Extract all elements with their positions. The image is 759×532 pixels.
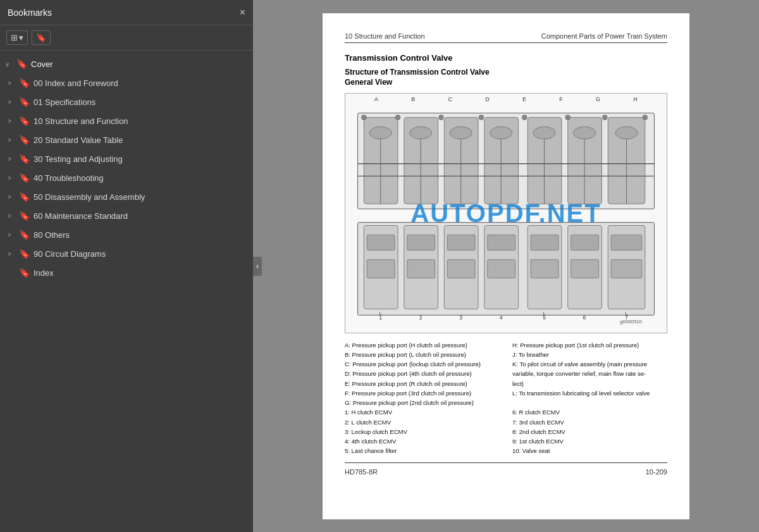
svg-point-8 xyxy=(369,127,392,139)
item-label: 20 Standard Value Table xyxy=(34,135,123,145)
svg-point-26 xyxy=(439,114,444,120)
svg-rect-50 xyxy=(488,259,515,278)
svg-point-11 xyxy=(490,127,512,139)
svg-point-12 xyxy=(533,127,555,139)
caption-right: 7: 3rd clutch ECMV xyxy=(512,418,667,427)
close-button[interactable]: × xyxy=(240,8,245,18)
sidebar-item-01[interactable]: > 🔖 01 Specifications xyxy=(0,92,253,111)
caption-left: D: Pressure pickup port (4th clutch oil … xyxy=(345,369,500,378)
item-label: 90 Circuit Diagrams xyxy=(34,249,106,259)
caption-right: 10: Valve seat xyxy=(512,447,667,455)
chevron-icon: > xyxy=(8,251,15,257)
bookmark-icon: 🔖 xyxy=(19,116,30,126)
item-label: 30 Testing and Adjusting xyxy=(34,154,123,164)
svg-rect-51 xyxy=(531,259,558,278)
svg-rect-47 xyxy=(367,259,395,278)
sidebar-title: Bookmarks xyxy=(8,8,52,18)
bookmark-icon: 🔖 xyxy=(19,135,30,145)
svg-point-28 xyxy=(522,114,527,120)
bookmark-icon: 🔖 xyxy=(19,249,30,259)
caption-right: K: To pilot circuit of valve assembly (m… xyxy=(512,360,667,369)
svg-point-29 xyxy=(565,114,571,120)
sidebar: Bookmarks × ⊞ ▾ 🔖 ∨ 🔖 Cover > 🔖 00 Index… xyxy=(0,0,253,532)
chevron-icon: ∨ xyxy=(5,61,13,68)
grid-icon: ⊞ xyxy=(11,33,18,42)
svg-text:L: L xyxy=(543,311,546,316)
bookmark-icon-button[interactable]: 🔖 xyxy=(32,30,51,45)
sub-section-title: Structure of Transmission Control Valve xyxy=(345,68,667,77)
caption-left: 2: L clutch ECMV xyxy=(345,418,500,427)
document-page: 10 Structure and Function Component Part… xyxy=(323,13,689,519)
caption-left: G: Pressure pickup port (2nd clutch oil … xyxy=(345,399,500,407)
bookmark-icon: 🔖 xyxy=(19,268,30,278)
bookmark-icon: 🔖 xyxy=(19,154,30,164)
svg-rect-41 xyxy=(407,235,435,250)
caption-right: L: To transmission lubricating oil level… xyxy=(512,389,667,398)
sidebar-item-30[interactable]: > 🔖 30 Testing and Adjusting xyxy=(0,149,253,168)
page-header: 10 Structure and Function Component Part… xyxy=(345,32,667,43)
svg-point-27 xyxy=(479,114,484,120)
header-left: 10 Structure and Function xyxy=(345,32,425,40)
sidebar-item-50[interactable]: > 🔖 50 Disassembly and Assembly xyxy=(0,187,253,206)
svg-point-10 xyxy=(450,127,472,139)
bookmark-icon: 🔖 xyxy=(19,173,30,183)
caption-right: variable, torque converter relief, main … xyxy=(512,369,667,378)
caption-left: E: Pressure pickup port (R clutch oil pr… xyxy=(345,380,500,388)
chevron-icon: > xyxy=(8,118,15,125)
sidebar-item-00[interactable]: > 🔖 00 Index and Foreword xyxy=(0,73,253,92)
expand-all-button[interactable]: ⊞ ▾ xyxy=(6,30,28,45)
diagram-column-labels: ABCDEFGH xyxy=(345,96,667,102)
sidebar-item-10[interactable]: > 🔖 10 Structure and Function xyxy=(0,111,253,130)
svg-point-31 xyxy=(643,114,648,120)
section-title: Transmission Control Valve xyxy=(345,53,667,63)
sidebar-toolbar: ⊞ ▾ 🔖 xyxy=(0,25,253,51)
svg-point-24 xyxy=(361,114,366,120)
diagram-area: ABCDEFGH xyxy=(345,93,667,333)
svg-text:3: 3 xyxy=(459,314,462,321)
caption-right: lect) xyxy=(512,380,667,388)
chevron-icon: > xyxy=(8,194,15,201)
chevron-icon: > xyxy=(8,232,15,238)
bookmark-icon: 🔖 xyxy=(19,211,30,221)
sidebar-item-index[interactable]: 🔖 Index xyxy=(0,263,253,282)
svg-rect-49 xyxy=(447,259,475,278)
mechanical-diagram: 1 2 3 4 5 6 7 L L L g0000510 xyxy=(345,94,667,333)
chevron-icon: > xyxy=(8,213,15,220)
header-right: Component Parts of Power Train System xyxy=(541,32,667,40)
chevron-icon: > xyxy=(8,175,15,182)
caption-right: H: Pressure pickup port (1st clutch oil … xyxy=(512,341,667,350)
svg-point-14 xyxy=(615,127,638,139)
bookmark-icon: 🔖 xyxy=(19,192,30,202)
sidebar-item-60[interactable]: > 🔖 60 Maintenance Standard xyxy=(0,206,253,225)
svg-rect-52 xyxy=(571,259,599,278)
bookmark-icon: 🔖 xyxy=(16,59,27,69)
footer-model: HD785-8R xyxy=(345,468,378,476)
svg-text:g0000510: g0000510 xyxy=(620,318,642,324)
caption-right: J: To breather xyxy=(512,350,667,359)
svg-text:6: 6 xyxy=(583,314,586,321)
chevron-icon: > xyxy=(8,137,15,144)
item-label: 01 Specifications xyxy=(34,97,96,107)
chevron-icon: > xyxy=(8,80,15,87)
sidebar-item-90[interactable]: > 🔖 90 Circuit Diagrams xyxy=(0,244,253,263)
caption-left: 1: H clutch ECMV xyxy=(345,408,500,417)
tree-item-cover[interactable]: ∨ 🔖 Cover xyxy=(0,54,253,73)
sidebar-item-40[interactable]: > 🔖 40 Troubleshooting xyxy=(0,168,253,187)
svg-point-13 xyxy=(573,127,595,139)
svg-rect-42 xyxy=(447,235,475,250)
svg-rect-48 xyxy=(407,259,435,278)
caption-left: C: Pressure pickup port (lockup clutch o… xyxy=(345,360,500,369)
svg-rect-43 xyxy=(488,235,515,250)
sidebar-item-80[interactable]: > 🔖 80 Others xyxy=(0,225,253,244)
svg-point-9 xyxy=(410,127,432,139)
bookmark-tree: ∨ 🔖 Cover > 🔖 00 Index and Foreword > 🔖 … xyxy=(0,51,253,532)
chevron-icon: > xyxy=(8,156,15,163)
caption-left: 3: Lockup clutch ECMV xyxy=(345,428,500,436)
item-label: 50 Disassembly and Assembly xyxy=(34,192,145,202)
svg-text:2: 2 xyxy=(419,314,423,321)
caption-right: 9: 1st clutch ECMV xyxy=(512,437,667,446)
bookmark-icon: 🔖 xyxy=(19,78,30,88)
sidebar-item-20[interactable]: > 🔖 20 Standard Value Table xyxy=(0,130,253,149)
item-label: 60 Maintenance Standard xyxy=(34,211,128,221)
sidebar-collapse-tab[interactable]: ‹ xyxy=(253,257,262,276)
